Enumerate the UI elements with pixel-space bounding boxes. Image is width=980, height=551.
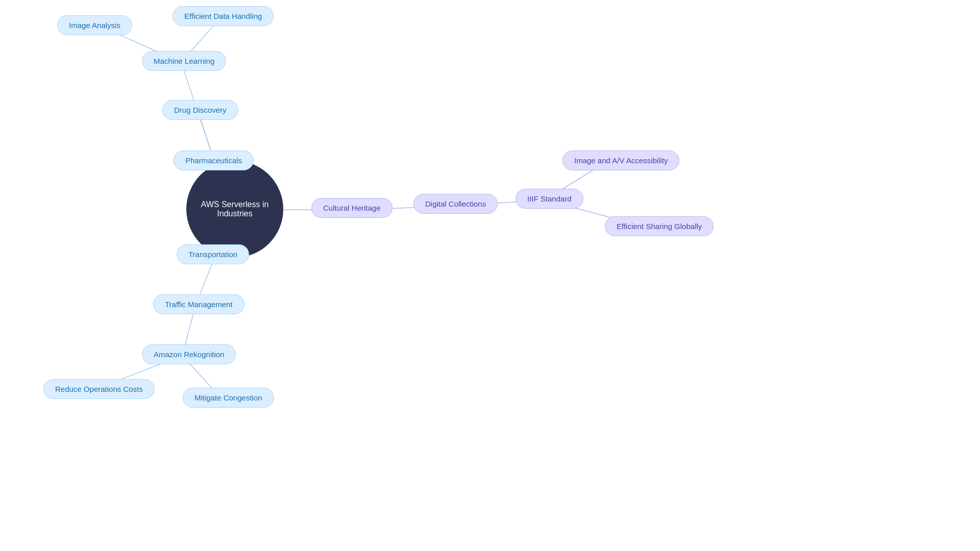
machine-learning-node[interactable]: Machine Learning xyxy=(142,51,226,71)
efficient-sharing-node[interactable]: Efficient Sharing Globally xyxy=(605,216,714,236)
efficient-sharing-label: Efficient Sharing Globally xyxy=(617,222,702,231)
image-analysis-node[interactable]: Image Analysis xyxy=(57,15,132,35)
amazon-rekognition-label: Amazon Rekognition xyxy=(154,350,224,359)
image-av-label: Image and A/V Accessibility xyxy=(574,156,668,165)
cultural-heritage-node[interactable]: Cultural Heritage xyxy=(311,198,393,218)
digital-collections-node[interactable]: Digital Collections xyxy=(413,194,498,214)
iiif-standard-node[interactable]: IIIF Standard xyxy=(516,189,583,209)
reduce-costs-label: Reduce Operations Costs xyxy=(55,385,143,393)
drug-discovery-node[interactable]: Drug Discovery xyxy=(162,100,238,120)
image-analysis-pill: Image Analysis xyxy=(57,15,132,35)
digital-collections-pill: Digital Collections xyxy=(413,194,498,214)
transportation-pill: Transportation xyxy=(177,244,249,264)
center-label: AWS Serverless in Industries xyxy=(197,200,273,218)
efficient-sharing-pill: Efficient Sharing Globally xyxy=(605,216,714,236)
efficient-data-pill: Efficient Data Handling xyxy=(173,6,274,26)
image-av-pill: Image and A/V Accessibility xyxy=(562,151,679,170)
image-analysis-label: Image Analysis xyxy=(69,21,120,30)
mitigate-congestion-pill: Mitigate Congestion xyxy=(183,388,274,408)
efficient-data-label: Efficient Data Handling xyxy=(184,12,262,20)
drug-discovery-label: Drug Discovery xyxy=(174,106,227,114)
transportation-node[interactable]: Transportation xyxy=(177,244,249,264)
machine-learning-label: Machine Learning xyxy=(154,57,214,65)
machine-learning-pill: Machine Learning xyxy=(142,51,226,71)
traffic-management-node[interactable]: Traffic Management xyxy=(153,294,244,314)
amazon-rekognition-node[interactable]: Amazon Rekognition xyxy=(142,344,236,364)
traffic-management-label: Traffic Management xyxy=(165,300,233,309)
pharmaceuticals-pill: Pharmaceuticals xyxy=(174,151,254,170)
digital-collections-label: Digital Collections xyxy=(425,199,486,208)
iiif-standard-pill: IIIF Standard xyxy=(516,189,583,209)
amazon-rekognition-pill: Amazon Rekognition xyxy=(142,344,236,364)
center-node[interactable]: AWS Serverless in Industries xyxy=(186,161,283,258)
pharmaceuticals-label: Pharmaceuticals xyxy=(185,156,242,165)
cultural-heritage-label: Cultural Heritage xyxy=(323,204,381,212)
iiif-standard-label: IIIF Standard xyxy=(527,194,572,203)
mitigate-congestion-node[interactable]: Mitigate Congestion xyxy=(183,388,274,408)
reduce-costs-node[interactable]: Reduce Operations Costs xyxy=(43,379,155,399)
reduce-costs-pill: Reduce Operations Costs xyxy=(43,379,155,399)
cultural-heritage-pill: Cultural Heritage xyxy=(311,198,393,218)
transportation-label: Transportation xyxy=(188,250,237,259)
drug-discovery-pill: Drug Discovery xyxy=(162,100,238,120)
pharmaceuticals-node[interactable]: Pharmaceuticals xyxy=(174,151,254,170)
traffic-management-pill: Traffic Management xyxy=(153,294,244,314)
image-av-node[interactable]: Image and A/V Accessibility xyxy=(562,151,679,170)
efficient-data-node[interactable]: Efficient Data Handling xyxy=(173,6,274,26)
mitigate-congestion-label: Mitigate Congestion xyxy=(194,393,262,402)
